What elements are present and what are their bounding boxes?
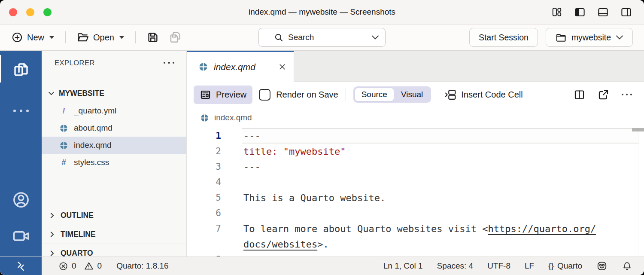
close-tab-icon[interactable] [278, 62, 287, 71]
divider [346, 88, 346, 101]
app-window: index.qmd — mywebsite — Screenshots [0, 0, 644, 275]
tab-title: index.qmd [214, 62, 255, 72]
insert-code-cell-button[interactable]: Insert Code Cell [444, 89, 522, 101]
code-line[interactable]: 1 --- [187, 128, 644, 144]
divider [135, 31, 136, 43]
divider [65, 31, 66, 43]
search-icon [273, 32, 284, 43]
save-all-button[interactable] [169, 31, 182, 44]
error-icon [58, 261, 68, 271]
code-editor[interactable]: 1 --- 2 title: "mywebsite" 3 --- 4 5 [187, 128, 644, 257]
chevron-down-icon [371, 35, 379, 40]
files-icon [12, 60, 30, 78]
code-line[interactable]: 8 [187, 252, 644, 257]
visual-mode-button[interactable]: Visual [394, 88, 430, 101]
file-name: styles.css [74, 158, 109, 167]
folder-open-icon [76, 31, 89, 44]
tab-strip: index.qmd [187, 51, 644, 82]
tab-index-qmd[interactable]: index.qmd [187, 51, 294, 82]
workspace-switcher-button[interactable]: mywebsite [546, 28, 633, 47]
zoom-window-button[interactable] [43, 8, 52, 16]
editor-group: index.qmd [187, 51, 644, 257]
quarto-file-icon [59, 124, 68, 133]
language-label: Quarto [557, 261, 582, 271]
code-line[interactable]: 5 This is a Quarto website. [187, 190, 644, 205]
traffic-lights [0, 8, 52, 16]
quarto-version[interactable]: Quarto: 1.8.16 [116, 261, 168, 271]
video-camera-icon [12, 226, 30, 245]
ellipsis-icon [13, 110, 29, 112]
section-quarto[interactable]: QUARTO [42, 244, 186, 257]
activity-more-button[interactable] [0, 93, 42, 129]
new-button[interactable]: New [11, 31, 55, 43]
split-editor-icon[interactable] [574, 89, 585, 101]
save-button[interactable] [146, 31, 159, 44]
checkbox-unchecked-icon[interactable] [259, 89, 270, 101]
section-timeline[interactable]: TIMELINE [42, 225, 186, 244]
hyperlink[interactable]: docs/websites [243, 239, 317, 250]
render-on-save-toggle[interactable]: Render on Save [259, 89, 338, 101]
code-line[interactable]: 2 title: "mywebsite" [187, 144, 644, 159]
cursor-position[interactable]: Ln 1, Col 1 [383, 261, 423, 271]
chevron-down-icon [119, 36, 125, 39]
preview-icon [200, 89, 211, 101]
source-mode-button[interactable]: Source [355, 88, 394, 101]
breadcrumb-file-label: index.qmd [214, 113, 252, 122]
hyperlink[interactable]: https://quarto.org/ [488, 223, 596, 234]
editor-scrollbar[interactable] [638, 128, 644, 257]
tree-item-index-qmd[interactable]: index.qmd [42, 137, 186, 154]
notifications-bell-icon[interactable] [622, 261, 632, 272]
code-line-wrap[interactable]: docs/websites>. [187, 236, 644, 252]
remote-indicator[interactable] [0, 257, 42, 275]
explorer-more-actions-icon[interactable] [164, 62, 175, 64]
preview-button[interactable]: Preview [194, 86, 252, 104]
activity-account-button[interactable] [0, 182, 42, 218]
braces-icon: {} [548, 261, 554, 271]
search-placeholder: Search [288, 33, 314, 42]
window-title: index.qmd — mywebsite — Screenshots [0, 7, 644, 17]
code-line[interactable]: 6 [187, 205, 644, 221]
insert-code-cell-label: Insert Code Cell [461, 90, 522, 100]
search-input[interactable]: Search [258, 28, 386, 47]
plus-circle-icon [11, 31, 23, 43]
activity-camera-button[interactable] [0, 218, 42, 254]
customize-layout-icon[interactable] [551, 6, 562, 18]
chevron-down-icon [47, 89, 55, 98]
language-mode[interactable]: {} Quarto [548, 261, 582, 271]
code-line[interactable]: 7 To learn more about Quarto websites vi… [187, 221, 644, 236]
close-window-button[interactable] [9, 8, 17, 16]
open-button[interactable]: Open [76, 31, 125, 44]
start-session-button[interactable]: Start Session [469, 28, 538, 47]
feedback-smiley-icon[interactable] [596, 260, 608, 272]
section-outline[interactable]: OUTLINE [42, 206, 186, 225]
tree-item-about-qmd[interactable]: about.qmd [42, 119, 186, 137]
tree-item-quarto-yml[interactable]: ! _quarto.yml [42, 102, 186, 119]
tree-root-label: MYWEBSITE [59, 89, 104, 98]
minimize-window-button[interactable] [26, 8, 34, 16]
line-number: 8 [187, 254, 221, 257]
quarto-file-icon [198, 62, 208, 72]
problems-indicator[interactable]: 0 0 [58, 261, 102, 271]
remote-icon [15, 260, 27, 272]
tree-root-mywebsite[interactable]: MYWEBSITE [42, 84, 186, 102]
chevron-right-icon [48, 211, 56, 220]
more-actions-icon[interactable] [622, 94, 632, 96]
toggle-panel-icon[interactable] [597, 6, 609, 18]
render-on-save-label: Render on Save [276, 90, 338, 100]
open-in-new-window-icon[interactable] [598, 89, 609, 101]
tree-item-styles-css[interactable]: # styles.css [42, 154, 186, 171]
chevron-right-icon [48, 249, 56, 257]
breadcrumb[interactable]: index.qmd [187, 107, 644, 128]
toggle-primary-sidebar-icon[interactable] [574, 6, 586, 18]
chevron-down-icon [49, 36, 55, 39]
activity-explorer-button[interactable] [0, 51, 42, 87]
eol-sequence[interactable]: LF [525, 261, 534, 271]
indentation[interactable]: Spaces: 4 [437, 261, 474, 271]
encoding[interactable]: UTF-8 [487, 261, 510, 271]
code-line[interactable]: 4 [187, 174, 644, 190]
toggle-secondary-sidebar-icon[interactable] [620, 6, 632, 18]
code-line[interactable]: 3 --- [187, 159, 644, 174]
line-number: 5 [187, 192, 221, 203]
account-icon [12, 190, 30, 209]
line-number: 4 [187, 177, 221, 187]
